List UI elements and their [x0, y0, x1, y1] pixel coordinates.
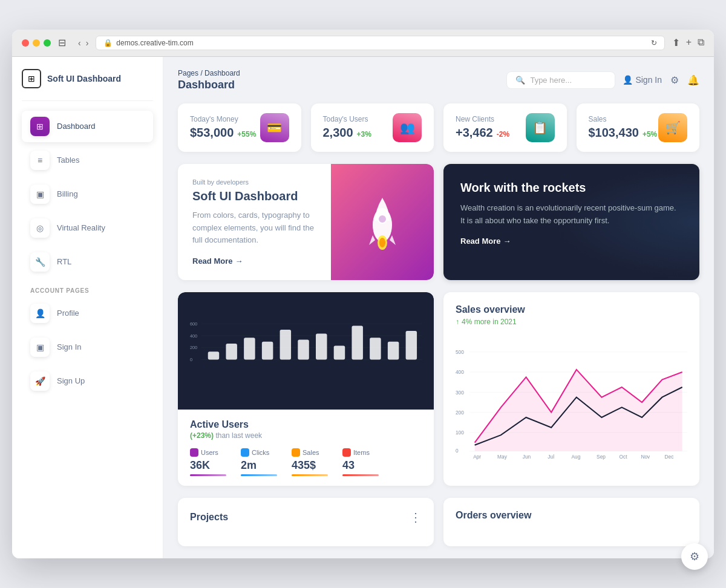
vr-icon: ◎	[30, 218, 50, 238]
svg-text:300: 300	[456, 390, 464, 396]
billing-icon: ▣	[30, 185, 50, 204]
projects-title: Projects	[190, 512, 228, 523]
sidebar-item-sign-up[interactable]: 🚀 Sign Up	[22, 365, 153, 397]
header-left: Pages / Dashboard Dashboard	[178, 69, 240, 91]
users-dot	[190, 448, 198, 457]
forward-icon[interactable]: ›	[86, 38, 89, 48]
account-section-label: ACCOUNT PAGES	[22, 280, 153, 298]
items-bar	[342, 474, 379, 476]
tab-overview-icon[interactable]: ⧉	[698, 37, 704, 48]
sidebar-item-virtual-reality[interactable]: ◎ Virtual Reality	[22, 212, 153, 244]
stat-card-sales: Sales $103,430 +5% 🛒	[577, 103, 700, 152]
brand-name: Soft UI Dashboard	[47, 74, 121, 83]
search-box[interactable]: 🔍 Type here...	[506, 71, 615, 89]
stat-info: Today's Users 2,300 +3%	[323, 115, 371, 140]
rocket-svg	[358, 192, 407, 252]
bottom-row: 600 400 200 0	[178, 292, 699, 486]
sidebar-brand: ⊞ Soft UI Dashboard	[22, 69, 153, 101]
dark-card: Work with the rockets Wealth creation is…	[443, 164, 699, 280]
sidebar: ⊞ Soft UI Dashboard ⊞ Dashboard ≡ Tables…	[12, 57, 163, 558]
promo-label: Built by developers	[192, 178, 317, 186]
svg-rect-16	[280, 330, 291, 360]
sales-sub: ↑ 4% more in 2021	[456, 318, 687, 326]
back-icon[interactable]: ‹	[78, 38, 81, 48]
sidebar-item-profile[interactable]: 👤 Profile	[22, 298, 153, 329]
svg-rect-23	[406, 331, 417, 360]
maximize-dot[interactable]	[44, 39, 51, 47]
sidebar-item-label: Sign Up	[57, 376, 85, 385]
stat-change: +55%	[237, 130, 256, 139]
sidebar-item-tables[interactable]: ≡ Tables	[22, 145, 153, 176]
sales-bar	[292, 474, 328, 476]
read-more-label: Read More	[192, 256, 232, 266]
new-tab-icon[interactable]: +	[686, 37, 692, 48]
svg-rect-13	[226, 344, 237, 359]
reload-icon[interactable]: ↻	[651, 39, 657, 47]
sales-subtitle: 4% more in 2021	[462, 318, 517, 326]
dark-card-desc: Wealth creation is an evolutionarily rec…	[460, 202, 682, 227]
sidebar-item-label: Sign In	[57, 342, 81, 351]
dark-card-read-more[interactable]: Read More →	[460, 237, 682, 246]
sidebar-item-dashboard[interactable]: ⊞ Dashboard	[22, 111, 153, 142]
page-title: Dashboard	[178, 79, 240, 91]
sidebar-item-rtl[interactable]: 🔧 RTL	[22, 246, 153, 278]
clicks-label: Clicks	[252, 449, 269, 456]
arrow-up-icon: ↑	[456, 318, 459, 326]
promo-title: Soft UI Dashboard	[192, 189, 317, 203]
svg-text:600: 600	[190, 321, 197, 327]
clicks-bar	[241, 474, 277, 476]
svg-text:500: 500	[456, 349, 464, 355]
close-dot[interactable]	[22, 39, 29, 47]
stat-card-clients: New Clients +3,462 -2% 📋	[443, 103, 567, 152]
browser-window: ⊟ ‹ › 🔒 demos.creative-tim.com ↻ ⬆ + ⧉ ⊞…	[12, 30, 714, 558]
minimize-dot[interactable]	[33, 39, 40, 47]
notifications-icon[interactable]: 🔔	[687, 74, 699, 86]
svg-rect-22	[388, 342, 399, 360]
stat-info: Sales $103,430 +5%	[589, 115, 658, 140]
sales-overview-card: Sales overview ↑ 4% more in 2021 500 400…	[443, 292, 699, 486]
arrow-right-icon: →	[235, 256, 243, 266]
promo-read-more[interactable]: Read More →	[192, 256, 317, 266]
sign-in-button[interactable]: 👤 Sign In	[623, 75, 662, 85]
svg-text:0: 0	[190, 357, 192, 362]
orders-card: Orders overview	[443, 498, 699, 546]
stat-value: 2,300	[323, 126, 353, 140]
sidebar-item-label: Tables	[57, 155, 80, 165]
sidebar-item-billing[interactable]: ▣ Billing	[22, 178, 153, 210]
svg-rect-21	[370, 338, 381, 359]
projects-card: Projects ⋮	[178, 498, 434, 546]
projects-menu-icon[interactable]: ⋮	[410, 510, 422, 524]
stat-icon-clients: 📋	[526, 113, 555, 142]
sidebar-item-label: Dashboard	[57, 122, 96, 131]
stat-label: Today's Users	[323, 115, 371, 123]
sidebar-item-label: Billing	[57, 189, 78, 198]
sidebar-toggle-icon[interactable]: ⊟	[58, 37, 66, 48]
sales-title: Sales overview	[456, 304, 687, 315]
stats-row: Users 36K Clicks 2m	[190, 448, 422, 476]
sidebar-item-label: Profile	[57, 309, 79, 318]
stat-icon-money: 💳	[260, 113, 289, 142]
svg-text:Apr: Apr	[473, 454, 481, 460]
sidebar-item-sign-in[interactable]: ▣ Sign In	[22, 332, 153, 363]
address-bar[interactable]: 🔒 demos.creative-tim.com ↻	[96, 36, 664, 50]
profile-icon: 👤	[30, 304, 50, 323]
breadcrumb-pages: Pages	[178, 69, 198, 77]
stat-label: Sales	[589, 115, 658, 123]
search-icon: 🔍	[515, 76, 525, 85]
read-more-label: Read More	[460, 237, 500, 246]
settings-icon[interactable]: ⚙	[670, 74, 679, 86]
browser-chrome: ⊟ ‹ › 🔒 demos.creative-tim.com ↻ ⬆ + ⧉	[12, 30, 714, 57]
svg-rect-17	[298, 340, 309, 360]
promo-card: Built by developers Soft UI Dashboard Fr…	[178, 164, 434, 280]
main-header: Pages / Dashboard Dashboard 🔍 Type here.…	[178, 69, 699, 91]
sales-line-chart: 500 400 300 200 100 0	[456, 336, 687, 469]
svg-text:Aug: Aug	[572, 454, 581, 460]
promo-desc: From colors, cards, typography to comple…	[192, 209, 317, 247]
share-icon[interactable]: ⬆	[672, 37, 680, 48]
browser-actions: ⬆ + ⧉	[672, 37, 704, 48]
users-bar	[190, 474, 226, 476]
orders-title: Orders overview	[456, 510, 531, 520]
stat-mini-label: Clicks	[241, 448, 277, 457]
stat-label: Today's Money	[190, 115, 256, 123]
stat-icon-sales: 🛒	[658, 113, 687, 142]
